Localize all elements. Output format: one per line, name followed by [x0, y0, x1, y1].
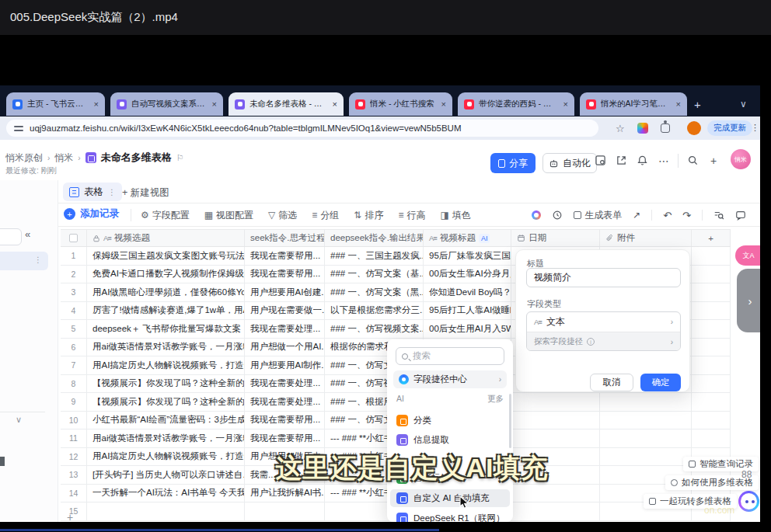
- browser-tab-4[interactable]: 悄米 - 小红书搜索×: [349, 92, 452, 116]
- browser-menu-icon[interactable]: ⋮: [751, 123, 759, 133]
- more-actions-icon[interactable]: ⋯: [658, 155, 670, 167]
- column-header-attachment[interactable]: 附件: [600, 230, 692, 246]
- column-header-output[interactable]: deepseek指令.输出结果: [325, 230, 424, 246]
- table-cell[interactable]: 我现在需要处理...: [245, 393, 325, 411]
- table-cell[interactable]: [600, 393, 692, 411]
- row-number[interactable]: 11: [61, 429, 87, 447]
- table-cell[interactable]: ### 一、仿写文案（基...: [325, 266, 424, 283]
- explore-shortcut-row[interactable]: 探索字段捷径 i ›: [527, 332, 680, 351]
- table-cell[interactable]: [692, 302, 731, 320]
- toolbar-item-2[interactable]: ▦视图配置: [204, 209, 253, 222]
- table-cell[interactable]: [600, 429, 692, 447]
- breadcrumb-folder[interactable]: 悄米: [54, 151, 73, 165]
- add-record-button[interactable]: + 添加记录: [64, 207, 119, 221]
- comment-icon[interactable]: [735, 210, 746, 221]
- table-cell[interactable]: 用AI搞定历史人物解说视频账号，打造爆...: [87, 356, 245, 374]
- table-cell[interactable]: [692, 393, 731, 411]
- history-clock-icon[interactable]: [552, 210, 563, 221]
- column-header-video-title[interactable]: A≡ 视频标题 AI: [424, 230, 511, 246]
- table-cell[interactable]: 我现在需要帮用...: [245, 429, 325, 447]
- row-number[interactable]: 9: [61, 393, 87, 411]
- field-type-select[interactable]: A≡ 文本 ›: [527, 312, 680, 332]
- menu-item-1[interactable]: 分类: [390, 412, 510, 429]
- table-cell[interactable]: 我现在需要帮用...: [245, 266, 325, 283]
- column-header-thinking[interactable]: seek指令.思考过程: [245, 230, 325, 246]
- confirm-button[interactable]: 确定: [640, 374, 681, 391]
- table-cell[interactable]: 你知道Devil Boy吗？他...: [424, 283, 511, 301]
- table-cell[interactable]: [511, 502, 600, 520]
- table-cell[interactable]: 用ai做英语情景对话教学账号，一月涨粉...: [87, 339, 245, 356]
- shortcut-center-item[interactable]: 字段捷径中心 ›: [393, 370, 507, 388]
- bookmark-star-icon[interactable]: ☆: [616, 123, 625, 134]
- breadcrumb-space[interactable]: 悄米原创: [5, 151, 43, 165]
- extensions-puzzle-icon[interactable]: [661, 123, 670, 133]
- automation-button[interactable]: 自动化: [542, 153, 597, 173]
- menu-search-input[interactable]: 搜索: [396, 347, 504, 365]
- notification-bell-icon[interactable]: [637, 155, 649, 167]
- table-cell[interactable]: ### 一、仿写文案（黑...: [325, 283, 424, 301]
- browser-tab-6[interactable]: 悄米的AI学习笔记 - 小红书×: [580, 92, 687, 116]
- table-cell[interactable]: [692, 283, 731, 301]
- row-number[interactable]: 14: [61, 485, 87, 502]
- table-cell[interactable]: [245, 502, 325, 520]
- share-view-icon[interactable]: ↗: [633, 210, 640, 221]
- table-cell[interactable]: 95后厂妹靠发疯三国怒...: [424, 247, 511, 265]
- search-icon[interactable]: [687, 155, 699, 167]
- toolbar-item-7[interactable]: ◨填色: [440, 209, 470, 222]
- table-cell[interactable]: [692, 266, 731, 283]
- sidebar-search-box[interactable]: [0, 228, 22, 245]
- table-cell[interactable]: [692, 339, 731, 356]
- browser-tab-2[interactable]: 自动写视频文案系统 - 飞书×: [110, 92, 223, 116]
- menu-scrollbar[interactable]: [509, 394, 511, 448]
- row-number[interactable]: 8: [61, 375, 87, 393]
- pin-icon[interactable]: ⚐: [176, 153, 184, 163]
- table-cell[interactable]: [692, 375, 731, 393]
- row-number[interactable]: 3: [61, 283, 87, 301]
- toolbar-item-5[interactable]: ⇅排序: [354, 209, 383, 222]
- tab-close-icon[interactable]: ×: [333, 100, 337, 109]
- row-number[interactable]: 2: [61, 266, 87, 283]
- table-cell[interactable]: 小红书最新“AI绘画”流量密码：3步生成...: [87, 412, 245, 429]
- table-cell[interactable]: 免费AI卡通口播数字人视频制作保姆级教...: [87, 266, 245, 283]
- table-cell[interactable]: [692, 429, 731, 447]
- table-cell[interactable]: [511, 412, 600, 429]
- field-title-input[interactable]: 视频简介: [526, 268, 681, 287]
- menu-item-2[interactable]: 信息提取: [390, 431, 510, 449]
- user-avatar[interactable]: 悄米: [731, 149, 751, 169]
- column-header-topic[interactable]: A≡ 视频选题: [87, 230, 245, 246]
- table-cell[interactable]: 一天拆解一个AI玩法：AI书单号 今天我...: [87, 485, 245, 502]
- table-cell[interactable]: 我现在需要处理...: [245, 320, 325, 338]
- table-cell[interactable]: 用AI做黑暗心理學頻道，僅發佈60條You...: [87, 283, 245, 301]
- table-cell[interactable]: deepseek＋ 飞书帮你批量写爆款文案，...: [87, 320, 245, 338]
- dashboard-icon[interactable]: [595, 155, 607, 167]
- browser-profile-avatar[interactable]: [687, 121, 701, 135]
- tab-close-icon[interactable]: ×: [212, 100, 217, 109]
- table-cell[interactable]: 用户想要用AI制作...: [245, 356, 325, 374]
- translate-widget[interactable]: 文A: [735, 245, 762, 266]
- toolbar-item-6[interactable]: ≡行高: [398, 209, 425, 222]
- new-tab-button[interactable]: +: [694, 98, 701, 111]
- tab-close-icon[interactable]: ×: [563, 100, 568, 109]
- table-cell[interactable]: 用ai做英语情景对话教学账号，一月涨粉...: [87, 429, 245, 447]
- sidebar-active-item[interactable]: ⋮: [0, 252, 48, 270]
- select-all-cell[interactable]: [61, 230, 87, 246]
- table-cell[interactable]: [600, 412, 692, 429]
- table-cell[interactable]: 我现在需要帮用...: [245, 247, 325, 265]
- checkbox[interactable]: [69, 234, 78, 242]
- table-cell[interactable]: 保姆级三国主题发疯文案图文账号玩法...: [87, 247, 245, 265]
- row-number[interactable]: 7: [61, 356, 87, 374]
- browser-tab-3[interactable]: 未命名多维表格 - 飞书云文×: [229, 92, 344, 116]
- table-cell[interactable]: 95后打工人靠AI做睡眠...: [424, 302, 511, 320]
- table-cell[interactable]: 用户想要用AI创建...: [245, 283, 325, 301]
- table-cell[interactable]: 我现在需要帮用...: [245, 412, 325, 429]
- toolbar-item-1[interactable]: ⚙字段配置: [141, 209, 190, 222]
- table-cell[interactable]: [511, 393, 600, 411]
- table-cell[interactable]: 以下是根据您需求分三...: [325, 302, 424, 320]
- extension-colorful-icon[interactable]: [637, 123, 648, 134]
- assistant-robot-icon[interactable]: [738, 491, 759, 512]
- table-cell[interactable]: [87, 502, 245, 520]
- share-button[interactable]: 分享: [490, 153, 536, 173]
- row-number[interactable]: 4: [61, 302, 87, 320]
- toolbar-item-3[interactable]: ▽筛选: [268, 209, 297, 222]
- row-number[interactable]: 5: [61, 320, 87, 338]
